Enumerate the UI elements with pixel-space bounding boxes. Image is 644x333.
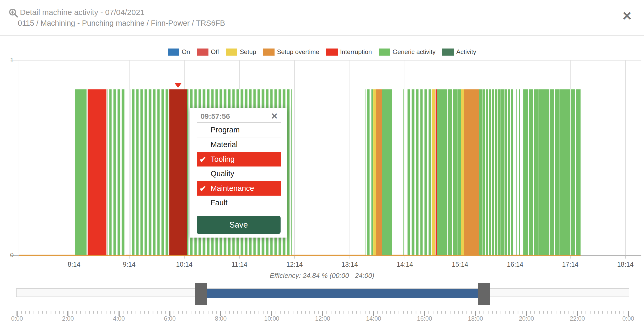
activity-segment-setup_overtime[interactable] [464,89,479,255]
ruler-minor-tick [586,311,586,314]
ruler-minor-tick [458,311,459,314]
ruler-minor-tick [29,311,30,314]
ruler-minor-tick [382,311,383,314]
time-range-slider-selected-range[interactable] [201,289,484,298]
ruler-minor-tick [127,311,128,314]
interruption-popup: 09:57:56 ✕ ProgramMaterial✔ToolingQualit… [190,108,287,238]
popup-option-fault[interactable]: Fault [197,196,281,210]
activity-segment-interruption[interactable] [436,89,437,255]
save-button[interactable]: Save [197,216,281,234]
ruler-minor-tick [309,311,310,314]
ruler-minor-tick [615,311,616,314]
ruler-minor-tick [216,311,217,314]
gridline [405,60,405,255]
ruler-label: 8:00 [206,315,235,322]
ruler-minor-tick [276,311,276,314]
activity-segment-generic_activity[interactable] [407,89,432,255]
ruler-minor-tick [365,311,366,314]
ruler-minor-tick [348,311,348,314]
popup-option-label: Fault [211,198,227,207]
legend-item-activity[interactable]: Activity [442,48,476,56]
ruler-minor-tick [42,311,43,314]
x-axis-label: 13:14 [334,261,366,268]
activity-segment-setup[interactable] [432,89,435,255]
selected-interruption-marker-icon [174,83,182,88]
ruler-minor-tick [85,311,85,314]
slider-handle-left[interactable] [195,283,207,305]
activity-segment-generic_activity[interactable] [403,89,404,255]
ruler-label: 20:00 [512,315,541,322]
ruler-minor-tick [131,311,132,314]
x-axis-tick [570,256,571,259]
ruler-minor-tick [399,311,399,314]
activity-segment-generic_activity[interactable] [75,89,81,255]
activity-segment-generic_activity[interactable] [81,89,87,255]
ruler-minor-tick [471,311,472,314]
slider-handle-right[interactable] [478,283,490,305]
popup-time-label: 09:57:56 [201,112,230,121]
ruler-label: 2:00 [53,315,82,322]
ruler-minor-tick [305,311,306,314]
x-axis-tick [129,256,130,259]
popup-option-quality[interactable]: Quality [197,166,281,181]
popup-option-material[interactable]: Material [197,137,281,152]
activity-segment-generic_activity[interactable] [523,89,581,255]
activity-segment-setup_overtime[interactable] [376,89,382,255]
ruler-minor-tick [97,311,98,314]
legend-item-setup[interactable]: Setup [226,48,256,56]
ruler-minor-tick [394,311,395,314]
ruler-label: 0:00 [614,315,643,322]
ruler-minor-tick [369,311,370,314]
activity-segment-generic_activity[interactable] [519,89,519,255]
popup-option-maintenance[interactable]: ✔Maintenance [197,181,281,196]
legend-item-setup-overtime[interactable]: Setup overtime [263,48,319,56]
ruler-minor-tick [288,311,289,314]
ruler-label: 10:00 [257,315,286,322]
activity-segment-setup[interactable] [461,89,464,255]
legend-label: Interruption [340,48,372,56]
ruler-minor-tick [513,311,514,314]
ruler-minor-tick [428,311,429,314]
activity-segment-generic_activity[interactable] [382,89,392,255]
ruler-minor-tick [611,311,612,314]
ruler-minor-tick [89,311,90,314]
ruler-minor-tick [331,311,331,314]
ruler-minor-tick [581,311,582,314]
ruler-minor-tick [547,311,548,314]
zoom-in-icon [8,8,19,19]
ruler-minor-tick [72,311,73,314]
modal-close-button[interactable]: ✕ [622,10,632,22]
activity-segment-setup[interactable] [373,89,376,255]
activity-segment-interruption_selected[interactable] [169,89,187,255]
activity-segment-interruption[interactable] [88,89,106,255]
x-axis-tick [405,256,405,259]
ruler-minor-tick [441,311,442,314]
ruler-minor-tick [466,311,467,314]
ruler-label: 18:00 [461,315,490,322]
popup-option-tooling[interactable]: ✔Tooling [197,152,281,166]
legend-item-off[interactable]: Off [197,48,219,56]
ruler-minor-tick [38,311,39,314]
ruler-minor-tick [254,311,255,314]
popup-option-program[interactable]: Program [197,123,281,137]
legend-label: Generic activity [393,48,436,56]
legend-swatch [379,49,390,56]
legend-item-generic-activity[interactable]: Generic activity [379,48,436,56]
gridline [19,60,19,255]
activity-segment-generic_activity[interactable] [516,89,517,255]
activity-segment-generic_activity[interactable] [479,89,513,255]
activity-segment-generic_activity[interactable] [366,89,373,255]
gridline-top [10,60,641,61]
ruler-minor-tick [148,311,149,314]
ruler-minor-tick [46,311,47,314]
legend-item-interruption[interactable]: Interruption [326,48,372,56]
y-axis-label: 1 [5,56,14,64]
activity-segment-generic_activity[interactable] [131,89,169,255]
popup-close-button[interactable]: ✕ [271,111,278,121]
legend-item-on[interactable]: On [168,48,190,56]
ruler-minor-tick [293,311,293,314]
activity-segment-generic_activity[interactable] [108,89,126,255]
ruler-minor-tick [55,311,56,314]
ruler-minor-tick [530,311,531,314]
activity-segment-generic_activity[interactable] [437,89,461,255]
